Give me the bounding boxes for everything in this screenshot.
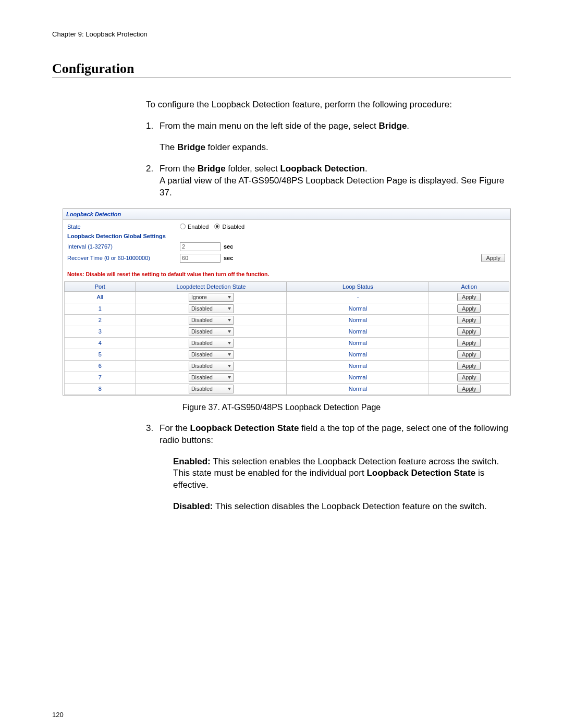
status-cell: Normal	[287, 326, 429, 337]
disabled-description: Disabled: This selection disables the Lo…	[173, 501, 511, 513]
state-dropdown[interactable]: Disabled	[189, 339, 234, 348]
recover-label: Recover Time (0 or 60-1000000)	[67, 255, 180, 261]
recover-unit: sec	[224, 255, 233, 261]
recover-input[interactable]	[180, 254, 221, 263]
intro-paragraph: To configure the Loopback Detection feat…	[146, 99, 511, 111]
apply-row-button[interactable]: Apply	[457, 373, 481, 381]
state-dropdown[interactable]: Disabled	[189, 362, 234, 371]
text: From the main menu on the left side of t…	[160, 121, 379, 131]
state-dropdown[interactable]: Disabled	[189, 373, 234, 382]
radio-disabled[interactable]	[214, 224, 220, 229]
radio-disabled-label: Disabled	[222, 224, 244, 230]
apply-row-button[interactable]: Apply	[457, 293, 481, 301]
step-number: 3.	[146, 423, 160, 447]
step-1-sub: The Bridge folder expands.	[160, 142, 511, 154]
step-2: 2. From the Bridge folder, select Loopba…	[146, 163, 511, 199]
radio-enabled[interactable]	[180, 224, 186, 229]
bold-word: Bridge	[379, 121, 407, 131]
step-number: 2.	[146, 163, 160, 199]
status-cell: Normal	[287, 383, 429, 394]
page-number: 120	[52, 711, 511, 719]
table-row: 4DisabledNormalApply	[65, 337, 509, 349]
enabled-description: Enabled: This selection enables the Loop…	[173, 456, 511, 492]
text: folder, select	[226, 164, 280, 174]
figure-37: Loopback Detection State Enabled Disable…	[63, 208, 511, 396]
table-row: 6DisabledNormalApply	[65, 360, 509, 372]
state-dropdown[interactable]: Disabled	[189, 350, 234, 359]
status-cell: Normal	[287, 337, 429, 349]
step-3: 3. For the Loopback Detection State fiel…	[146, 423, 511, 447]
text: .	[365, 164, 368, 174]
chevron-down-icon	[228, 353, 231, 356]
chapter-header: Chapter 9: Loopback Protection	[52, 30, 511, 38]
state-dropdown[interactable]: Disabled	[189, 304, 234, 313]
text: From the	[160, 164, 198, 174]
panel-title: Loopback Detection	[63, 209, 510, 220]
interval-unit: sec	[224, 243, 233, 250]
chevron-down-icon	[228, 319, 231, 322]
port-cell: 6	[65, 360, 136, 372]
apply-global-button[interactable]: Apply	[481, 254, 505, 262]
state-dropdown[interactable]: Disabled	[189, 327, 234, 336]
bold-word: Bridge	[177, 142, 205, 152]
apply-row-button[interactable]: Apply	[457, 385, 481, 393]
table-row: 1DisabledNormalApply	[65, 303, 509, 314]
bold-word: Loopback Detection	[280, 164, 364, 174]
table-row: 5DisabledNormalApply	[65, 349, 509, 360]
port-cell: 2	[65, 314, 136, 326]
state-dropdown[interactable]: Ignore	[189, 293, 234, 302]
status-cell: Normal	[287, 349, 429, 360]
text: The	[160, 142, 177, 152]
state-label: State	[67, 224, 180, 230]
step-1: 1. From the main menu on the left side o…	[146, 120, 511, 132]
port-cell: 8	[65, 383, 136, 394]
text: A partial view of the AT-GS950/48PS Loop…	[160, 176, 504, 198]
chevron-down-icon	[228, 307, 231, 310]
col-port: Port	[65, 281, 136, 291]
bold-word: Loopback Detection State	[190, 423, 299, 433]
section-title: Configuration	[52, 61, 511, 78]
status-cell: Normal	[287, 372, 429, 383]
text: This selection disables the Loopback Det…	[213, 501, 487, 511]
chevron-down-icon	[228, 365, 231, 367]
status-cell: -	[287, 291, 429, 303]
port-cell: 1	[65, 303, 136, 314]
radio-enabled-label: Enabled	[188, 224, 209, 230]
col-state: Loopdetect Detection State	[136, 281, 287, 291]
col-action: Action	[429, 281, 509, 291]
apply-row-button[interactable]: Apply	[457, 304, 481, 313]
text: folder expands.	[205, 142, 268, 152]
chevron-down-icon	[228, 342, 231, 344]
table-row: 3DisabledNormalApply	[65, 326, 509, 337]
port-cell: 5	[65, 349, 136, 360]
apply-row-button[interactable]: Apply	[457, 350, 481, 359]
port-cell: 4	[65, 337, 136, 349]
interval-input[interactable]	[180, 242, 221, 251]
global-settings-title: Loopback Detection Global Settings	[67, 233, 180, 239]
bold-word: Enabled:	[173, 456, 211, 466]
bold-word: Bridge	[198, 164, 226, 174]
apply-row-button[interactable]: Apply	[457, 362, 481, 370]
port-cell: 3	[65, 326, 136, 337]
table-row: 2DisabledNormalApply	[65, 314, 509, 326]
state-dropdown[interactable]: Disabled	[189, 385, 234, 393]
chevron-down-icon	[228, 296, 231, 299]
chevron-down-icon	[228, 376, 231, 379]
apply-row-button[interactable]: Apply	[457, 316, 481, 324]
bold-word: Disabled:	[173, 501, 213, 511]
state-dropdown[interactable]: Disabled	[189, 316, 234, 325]
text: .	[407, 121, 409, 131]
status-cell: Normal	[287, 303, 429, 314]
port-cell: All	[65, 291, 136, 303]
port-table: Port Loopdetect Detection State Loop Sta…	[64, 281, 509, 395]
figure-caption: Figure 37. AT-GS950/48PS Loopback Detect…	[52, 403, 511, 412]
apply-row-button[interactable]: Apply	[457, 327, 481, 336]
step-number: 1.	[146, 120, 160, 132]
notes-text: Notes: Disable will reset the setting to…	[64, 266, 509, 281]
table-row: 7DisabledNormalApply	[65, 372, 509, 383]
table-row: AllIgnore-Apply	[65, 291, 509, 303]
text: For the	[160, 423, 190, 433]
apply-row-button[interactable]: Apply	[457, 339, 481, 347]
interval-label: Interval (1-32767)	[67, 243, 180, 250]
status-cell: Normal	[287, 360, 429, 372]
